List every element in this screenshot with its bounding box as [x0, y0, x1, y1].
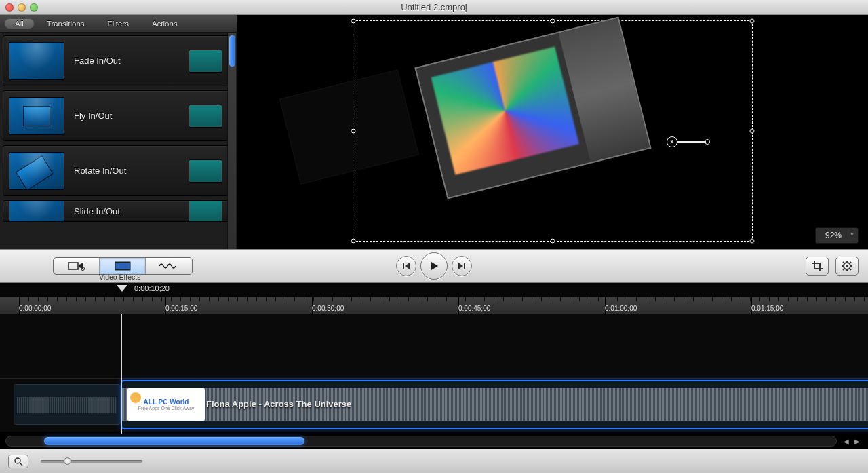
- tab-all[interactable]: All: [4, 18, 35, 29]
- ruler-minor-tick: [845, 297, 846, 301]
- ruler-minor-tick: [760, 297, 760, 301]
- effects-list: Fade In/Out Fly In/Out Rotate In/Out Sli…: [0, 33, 237, 249]
- zoom-window-button[interactable]: [30, 3, 38, 12]
- resize-handle-ne[interactable]: [750, 19, 755, 24]
- tab-transitions[interactable]: Transitions: [36, 18, 96, 29]
- timeline-zoom-slider[interactable]: [41, 460, 142, 463]
- ruler-minor-tick: [769, 297, 770, 301]
- ruler-minor-tick: [76, 297, 77, 301]
- tab-actions[interactable]: Actions: [141, 18, 189, 29]
- media-tab-button[interactable]: [54, 258, 100, 274]
- audio-clip-left[interactable]: [14, 384, 121, 425]
- audio-track[interactable]: ALL PC World Free Apps One Click Away Fi…: [0, 379, 868, 432]
- video-effects-tab-button[interactable]: [100, 258, 146, 274]
- selection-bounding-box[interactable]: ✕: [353, 20, 753, 242]
- effect-label: Slide In/Out: [74, 206, 179, 216]
- magnifier-icon: [14, 457, 23, 466]
- play-button[interactable]: [420, 252, 448, 280]
- ruler-minor-tick: [854, 297, 855, 301]
- effect-item[interactable]: Fade In/Out: [3, 35, 229, 86]
- effects-scrollbar[interactable]: [227, 33, 236, 249]
- ruler-minor-tick: [351, 297, 352, 301]
- watermark-overlay: ALL PC World Free Apps One Click Away: [127, 388, 205, 421]
- ruler-label: 0:00:30;00: [312, 305, 344, 312]
- canvas-preview[interactable]: ✕ 92%: [237, 15, 868, 249]
- tracks-area[interactable]: ALL PC World Free Apps One Click Away Fi…: [0, 314, 868, 434]
- canvas-zoom-dropdown[interactable]: 92%: [815, 227, 859, 244]
- ruler-minor-tick: [456, 297, 456, 301]
- ruler-minor-tick: [266, 297, 267, 301]
- audio-clip-selected[interactable]: ALL PC World Free Apps One Click Away Fi…: [121, 380, 868, 429]
- resize-handle-w[interactable]: [351, 129, 356, 134]
- svg-line-15: [843, 269, 844, 270]
- ruler-minor-tick: [484, 297, 485, 301]
- ruler-minor-tick: [28, 297, 29, 301]
- svg-rect-6: [464, 263, 465, 269]
- playhead-line[interactable]: [121, 314, 122, 434]
- scroll-right-button[interactable]: ▶: [852, 436, 863, 447]
- effects-sidebar: All Transitions Filters Actions Fade In/…: [0, 15, 237, 249]
- timeline-zoom-button[interactable]: [8, 455, 28, 468]
- pivot-end-handle[interactable]: [705, 139, 710, 145]
- close-window-button[interactable]: [5, 3, 14, 12]
- ruler-minor-tick: [665, 297, 665, 301]
- previous-button[interactable]: [396, 256, 416, 276]
- video-track[interactable]: [0, 314, 868, 379]
- crop-tool-button[interactable]: [806, 257, 829, 276]
- ruler-minor-tick: [332, 297, 333, 301]
- ruler-minor-tick: [475, 297, 475, 301]
- ruler-minor-tick: [684, 297, 684, 301]
- ruler-minor-tick: [161, 297, 162, 301]
- svg-line-16: [850, 262, 851, 263]
- ruler-minor-tick: [142, 297, 143, 301]
- playhead-indicator[interactable]: 0:00:10;20: [117, 284, 170, 292]
- rotated-video-clip[interactable]: [414, 16, 651, 199]
- effect-item[interactable]: Rotate In/Out: [3, 145, 229, 196]
- ruler-minor-tick: [199, 297, 200, 301]
- resize-handle-sw[interactable]: [351, 239, 356, 244]
- effect-item[interactable]: Slide In/Out: [3, 200, 229, 222]
- resize-handle-se[interactable]: [750, 239, 755, 244]
- timeline-scrollbar-thumb[interactable]: [44, 437, 304, 445]
- svg-rect-5: [403, 263, 404, 269]
- effect-item[interactable]: Fly In/Out: [3, 90, 229, 141]
- ruler-minor-tick: [218, 297, 219, 301]
- playhead-time: 0:00:10;20: [134, 284, 170, 292]
- ruler-minor-tick: [38, 297, 39, 301]
- minimize-window-button[interactable]: [18, 3, 26, 12]
- ruler-minor-tick: [674, 297, 675, 301]
- ruler-minor-tick: [494, 297, 494, 301]
- effects-tabs: All Transitions Filters Actions: [0, 15, 237, 33]
- ruler-minor-tick: [95, 297, 96, 301]
- segment-label: Video Effects: [99, 273, 141, 281]
- ruler-minor-tick: [152, 297, 153, 301]
- effect-thumb-after: [189, 50, 222, 73]
- audio-effects-tab-button[interactable]: [146, 258, 192, 274]
- resize-handle-n[interactable]: [551, 19, 555, 24]
- resize-handle-e[interactable]: [750, 129, 755, 134]
- next-button[interactable]: [452, 256, 472, 276]
- upper-area: All Transitions Filters Actions Fade In/…: [0, 15, 868, 249]
- ruler-minor-tick: [778, 297, 779, 301]
- pivot-center-icon: ✕: [667, 136, 677, 147]
- ruler-minor-tick: [19, 297, 20, 301]
- effect-thumb-before: [9, 200, 64, 222]
- resize-handle-s[interactable]: [551, 239, 555, 244]
- ruler-minor-tick: [47, 297, 48, 301]
- scrollbar-thumb[interactable]: [229, 35, 235, 67]
- resize-handle-nw[interactable]: [351, 19, 356, 24]
- tab-filters[interactable]: Filters: [97, 18, 140, 29]
- scroll-left-button[interactable]: ◀: [841, 436, 852, 447]
- skip-forward-icon: [458, 262, 466, 270]
- zoom-slider-thumb[interactable]: [64, 457, 71, 465]
- effect-thumb-after: [189, 105, 222, 128]
- settings-gear-button[interactable]: [835, 257, 859, 276]
- time-ruler[interactable]: 0:00:00;000:00:15;000:00:30;000:00:45;00…: [0, 297, 868, 314]
- svg-line-13: [843, 262, 844, 263]
- effect-thumb-before: [9, 97, 64, 135]
- rotation-handle[interactable]: ✕: [667, 136, 710, 147]
- timeline-scrollbar[interactable]: [5, 436, 837, 447]
- ruler-minor-tick: [294, 297, 295, 301]
- ruler-minor-tick: [835, 297, 836, 301]
- ruler-minor-tick: [617, 297, 618, 301]
